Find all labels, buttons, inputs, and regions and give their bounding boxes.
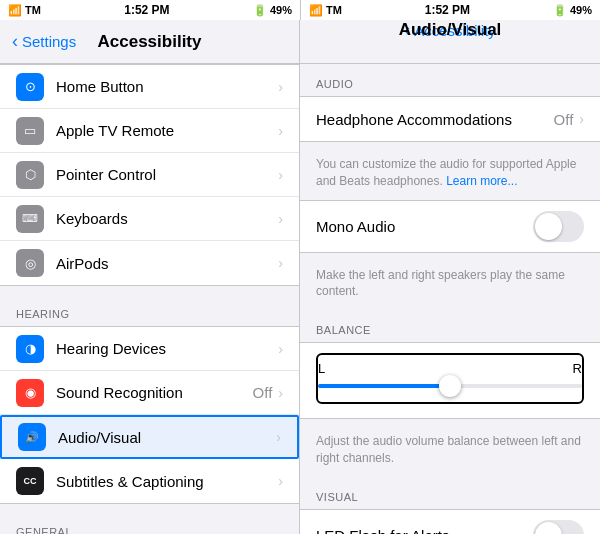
general-section-header: GENERAL <box>0 512 299 534</box>
balance-slider-thumb[interactable] <box>439 375 461 397</box>
left-nav-title: Accessibility <box>98 32 202 52</box>
airpods-icon: ◎ <box>16 249 44 277</box>
top-group: ⊙ Home Button › ▭ Apple TV Remote › ⬡ <box>0 64 299 286</box>
pointer-control-chevron: › <box>278 167 283 183</box>
right-status-bar: 📶 TM 1:52 PM 🔋 49% <box>300 0 600 20</box>
headphone-item[interactable]: Headphone Accommodations Off › <box>300 97 600 141</box>
apple-tv-remote-icon: ▭ <box>16 117 44 145</box>
home-button-chevron: › <box>278 79 283 95</box>
list-item-sound-recognition[interactable]: ◉ Sound Recognition Off › <box>0 371 299 415</box>
left-status-time: 1:52 PM <box>124 3 169 17</box>
left-chevron-icon: ‹ <box>12 31 18 52</box>
list-item-apple-tv-remote[interactable]: ▭ Apple TV Remote › <box>0 109 299 153</box>
mono-audio-item: Mono Audio <box>300 201 600 252</box>
pointer-control-label: Pointer Control <box>56 166 278 183</box>
airpods-label: AirPods <box>56 255 278 272</box>
list-item-airpods[interactable]: ◎ AirPods › <box>0 241 299 285</box>
mono-audio-knob <box>535 213 562 240</box>
hearing-section-header: HEARING <box>0 294 299 326</box>
balance-slider-track <box>318 384 582 388</box>
list-item-hearing-devices[interactable]: ◑ Hearing Devices › <box>0 327 299 371</box>
keyboards-label: Keyboards <box>56 210 278 227</box>
list-item-audio-visual[interactable]: 🔊 Audio/Visual › <box>0 415 299 459</box>
audio-visual-chevron: › <box>276 429 281 445</box>
headphone-desc: You can customize the audio for supporte… <box>300 150 600 200</box>
led-flash-knob <box>535 522 562 534</box>
home-button-icon: ⊙ <box>16 73 44 101</box>
headphone-chevron: › <box>579 111 584 127</box>
led-flash-label: LED Flash for Alerts <box>316 527 533 534</box>
keyboards-chevron: › <box>278 211 283 227</box>
right-nav-bar: ‹ Accessibility Audio/Visual <box>300 20 600 64</box>
balance-desc: Adjust the audio volume balance between … <box>300 427 600 477</box>
list-item-subtitles[interactable]: CC Subtitles & Captioning › <box>0 459 299 503</box>
left-status-left: 📶 TM <box>8 4 41 17</box>
subtitles-icon: CC <box>16 467 44 495</box>
mono-audio-group: Mono Audio <box>300 200 600 253</box>
visual-section-header: VISUAL <box>300 477 600 509</box>
keyboards-icon: ⌨ <box>16 205 44 233</box>
settings-list: ⊙ Home Button › ▭ Apple TV Remote › ⬡ <box>0 64 299 534</box>
balance-section-header: BALANCE <box>300 310 600 342</box>
left-status-bar: 📶 TM 1:52 PM 🔋 49% <box>0 0 300 20</box>
home-button-label: Home Button <box>56 78 278 95</box>
subtitles-label: Subtitles & Captioning <box>56 473 278 490</box>
sound-recognition-label: Sound Recognition <box>56 384 253 401</box>
right-status-right: 🔋 49% <box>553 4 592 17</box>
headphone-label: Headphone Accommodations <box>316 111 554 128</box>
hearing-devices-icon: ◑ <box>16 335 44 363</box>
hearing-group: ◑ Hearing Devices › ◉ Sound Recognition … <box>0 326 299 504</box>
left-nav-bar: ‹ Settings Accessibility <box>0 20 299 64</box>
balance-left-label: L <box>318 361 325 376</box>
audio-section-header: AUDIO <box>300 64 600 96</box>
mono-audio-toggle[interactable] <box>533 211 584 242</box>
hearing-devices-label: Hearing Devices <box>56 340 278 357</box>
left-panel: ‹ Settings Accessibility ⊙ Home Button ›… <box>0 20 300 534</box>
balance-group: L R <box>300 342 600 419</box>
headphone-group: Headphone Accommodations Off › <box>300 96 600 142</box>
left-status-right: 🔋 49% <box>253 4 292 17</box>
led-flash-group: LED Flash for Alerts <box>300 509 600 534</box>
right-nav-title: Audio/Visual <box>399 20 502 40</box>
list-item-keyboards[interactable]: ⌨ Keyboards › <box>0 197 299 241</box>
apple-tv-remote-chevron: › <box>278 123 283 139</box>
balance-container: L R <box>300 343 600 418</box>
right-status-left: 📶 TM <box>309 4 342 17</box>
mono-audio-label: Mono Audio <box>316 218 533 235</box>
sound-recognition-icon: ◉ <box>16 379 44 407</box>
led-flash-item: LED Flash for Alerts <box>300 510 600 534</box>
list-item-pointer-control[interactable]: ⬡ Pointer Control › <box>0 153 299 197</box>
led-flash-toggle[interactable] <box>533 520 584 534</box>
balance-labels: L R <box>318 361 582 376</box>
pointer-control-icon: ⬡ <box>16 161 44 189</box>
audio-visual-label: Audio/Visual <box>58 429 276 446</box>
airpods-chevron: › <box>278 255 283 271</box>
audio-visual-icon: 🔊 <box>18 423 46 451</box>
left-back-button[interactable]: ‹ Settings <box>12 31 76 52</box>
right-status-time: 1:52 PM <box>425 3 470 17</box>
sound-recognition-value: Off <box>253 384 273 401</box>
right-panel: ‹ Accessibility Audio/Visual AUDIO Headp… <box>300 20 600 534</box>
apple-tv-remote-label: Apple TV Remote <box>56 122 278 139</box>
left-back-label[interactable]: Settings <box>22 33 76 50</box>
list-item-home-button[interactable]: ⊙ Home Button › <box>0 65 299 109</box>
hearing-devices-chevron: › <box>278 341 283 357</box>
content-area: AUDIO Headphone Accommodations Off › You… <box>300 64 600 534</box>
balance-border: L R <box>316 353 584 404</box>
sound-recognition-chevron: › <box>278 385 283 401</box>
subtitles-chevron: › <box>278 473 283 489</box>
headphone-value: Off <box>554 111 574 128</box>
mono-audio-desc: Make the left and right speakers play th… <box>300 261 600 311</box>
balance-right-label: R <box>573 361 582 376</box>
balance-slider-fill <box>318 384 450 388</box>
learn-more-link[interactable]: Learn more... <box>446 174 517 188</box>
